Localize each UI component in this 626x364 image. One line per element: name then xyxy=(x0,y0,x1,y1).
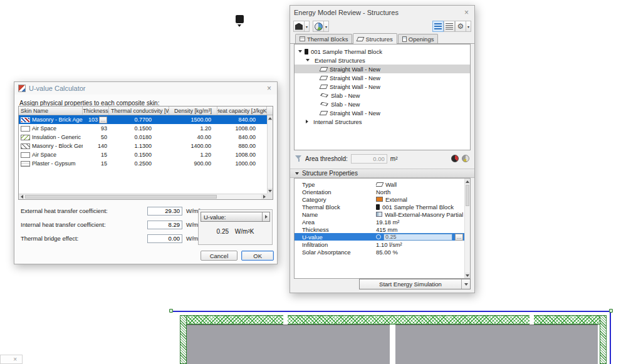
globe-icon xyxy=(315,23,323,31)
energy-close-icon[interactable]: × xyxy=(462,9,471,16)
property-value: External xyxy=(376,196,463,203)
thermal-blocks-view-button[interactable] xyxy=(293,21,305,32)
property-row-category[interactable]: CategoryExternal xyxy=(295,195,464,203)
list-view-button[interactable] xyxy=(432,21,444,32)
property-label: U-value xyxy=(302,234,376,241)
palette-close-icon[interactable]: × xyxy=(11,356,19,363)
chevron-down-icon[interactable] xyxy=(306,59,310,61)
skin-row-plaster-gypsum[interactable]: Plaster - Gypsum150.2500900.001000.00 xyxy=(19,159,273,168)
settings-button[interactable]: ⚙ xyxy=(455,21,466,32)
property-row-thermal-block[interactable]: Thermal Block001 Sample Thermal Block xyxy=(295,203,464,211)
table-scroll-up-icon[interactable] xyxy=(268,115,273,121)
scroll-up-icon[interactable] xyxy=(465,179,470,184)
hscroll-thumb[interactable] xyxy=(25,195,217,199)
property-row-infiltration[interactable]: Infiltration1.10 l/sm² xyxy=(295,241,464,248)
column-header-thermal-conductivity-w-m[interactable]: Thermal conductivity [W/m... xyxy=(109,107,169,115)
detail-view-button[interactable] xyxy=(444,21,455,32)
skin-row-masonry-brick-aged[interactable]: Masonry - Brick Aged103…0.77001500.00840… xyxy=(19,115,273,124)
column-header-thickness[interactable]: Thickness xyxy=(83,107,109,115)
update-review-icon[interactable] xyxy=(462,155,469,162)
chevron-right-icon[interactable] xyxy=(306,120,308,123)
energy-titlebar[interactable]: Energy Model Review - Structures × xyxy=(290,6,474,19)
tree-item-slab-new[interactable]: Slab - New xyxy=(295,100,470,108)
background-palette-corner: × xyxy=(0,355,23,364)
table-scroll-right-icon[interactable] xyxy=(261,194,267,199)
field-row-internal-heat-transfer-coefficient: Internal heat transfer coefficient:W/m²K xyxy=(21,220,209,229)
settings-dropdown[interactable]: ▾ xyxy=(466,21,471,32)
thermal-blocks-view-dropdown[interactable]: ▾ xyxy=(305,21,310,32)
heat-capacity-cell: 880.00 xyxy=(217,142,267,150)
plan-hotspot-right[interactable] xyxy=(609,309,613,313)
wall-icon xyxy=(320,111,328,115)
tab-structures[interactable]: Structures xyxy=(353,33,397,44)
property-value-text: 1.10 l/sm² xyxy=(376,241,402,248)
property-row-u-value[interactable]: U-value… xyxy=(295,233,464,241)
tree-item-straight-wall-new[interactable]: Straight Wall - New xyxy=(295,73,470,82)
uvalue-mode-dropdown[interactable]: U-value: xyxy=(201,212,270,222)
floating-tool-icon[interactable] xyxy=(236,15,244,23)
structure-properties-title: Structure Properties xyxy=(302,170,358,177)
uvalue-inline-input[interactable] xyxy=(383,234,452,241)
property-value-text: Wall xyxy=(385,181,397,188)
skin-pattern-icon xyxy=(21,143,30,149)
area-threshold-input[interactable] xyxy=(351,154,387,164)
block-icon xyxy=(305,49,308,55)
uvalue-titlebar[interactable]: U-value Calculator × xyxy=(14,82,277,95)
swatch-icon xyxy=(376,197,383,202)
tree-item-external-structures[interactable]: External Structures xyxy=(295,56,470,65)
uvalue-close-icon[interactable]: × xyxy=(265,85,273,92)
property-row-area[interactable]: Area19.18 m² xyxy=(295,218,464,226)
property-row-thickness[interactable]: Thickness415 mm xyxy=(295,226,464,233)
skin-row-air-space[interactable]: Air Space150.15001.201008.00 xyxy=(19,150,273,159)
skin-row-masonry-block-gen[interactable]: Masonry - Block Gen...1401.13001400.0088… xyxy=(19,142,273,150)
cancel-button[interactable]: Cancel xyxy=(201,251,238,261)
plan-band-gap xyxy=(529,315,534,325)
property-row-orientation[interactable]: OrientationNorth xyxy=(295,188,464,195)
property-row-type[interactable]: TypeWall xyxy=(295,180,464,188)
tree-item-straight-wall-new[interactable]: Straight Wall - New xyxy=(295,108,470,117)
tree-item-slab-new[interactable]: Slab - New xyxy=(295,91,470,100)
property-label: Thermal Block xyxy=(302,204,376,211)
column-header-density-kg-m[interactable]: Density [kg/m³] xyxy=(169,107,217,115)
scroll-down-icon[interactable] xyxy=(465,273,470,278)
review-status-icon[interactable] xyxy=(451,155,459,162)
property-value: 1.10 l/sm² xyxy=(376,241,463,248)
field-input[interactable] xyxy=(147,221,182,229)
tab-thermal-blocks[interactable]: Thermal Blocks xyxy=(295,34,352,43)
tree-item-straight-wall-new[interactable]: Straight Wall - New xyxy=(295,65,470,73)
thickness-value: 50 xyxy=(101,134,107,140)
tab-openings[interactable]: Openings xyxy=(398,34,439,43)
chevron-down-icon[interactable] xyxy=(298,50,302,53)
table-scroll-down-icon[interactable] xyxy=(268,188,273,194)
column-header-skin-name[interactable]: Skin Name xyxy=(19,107,83,115)
thickness-more-button[interactable]: … xyxy=(99,117,107,123)
ok-button[interactable]: OK xyxy=(241,251,274,261)
structure-properties-list: TypeWallOrientationNorthCategoryExternal… xyxy=(295,180,464,256)
property-row-name[interactable]: NameWall-External-Masonry Partial Fill xyxy=(295,211,464,218)
skin-pattern-icon xyxy=(21,126,30,132)
model-review-mode-button[interactable] xyxy=(313,21,324,32)
property-row-solar-absorptance[interactable]: Solar Absorptance85.00 % xyxy=(295,248,464,256)
tree-item-internal-structures[interactable]: Internal Structures xyxy=(295,117,470,126)
skin-pattern-icon xyxy=(21,135,30,140)
model-review-mode-dropdown[interactable]: ▾ xyxy=(324,21,329,32)
start-energy-simulation-button[interactable]: Start Energy Simulation xyxy=(359,279,471,289)
plan-hotspot-left[interactable] xyxy=(169,309,173,313)
column-header-heat-capacity-j-kgk[interactable]: Heat capacity [J/kgK] xyxy=(217,107,267,115)
table-hscrollbar[interactable] xyxy=(19,194,267,199)
skin-row-air-space[interactable]: Air Space930.15001.201008.00 xyxy=(19,124,273,133)
table-scroll-left-icon[interactable] xyxy=(19,194,24,199)
tree-item-straight-wall-new[interactable]: Straight Wall - New xyxy=(295,82,470,91)
table-vscrollbar[interactable] xyxy=(267,115,273,194)
scroll-thumb[interactable] xyxy=(466,185,469,206)
properties-scrollbar[interactable] xyxy=(464,179,470,278)
tree-item-001-sample-thermal-block[interactable]: 001 Sample Thermal Block xyxy=(295,47,470,56)
structure-properties-header[interactable]: Structure Properties xyxy=(290,169,474,178)
property-value-text: North xyxy=(376,189,390,195)
uvalue-more-button[interactable]: … xyxy=(455,234,463,241)
structures-tab-icon xyxy=(357,37,365,41)
skin-row-insulation-generic[interactable]: Insulation - Generic ...500.018040.00840… xyxy=(19,133,273,142)
field-input[interactable] xyxy=(147,207,182,216)
start-button-dropdown[interactable] xyxy=(461,279,470,289)
field-input[interactable] xyxy=(147,234,182,243)
